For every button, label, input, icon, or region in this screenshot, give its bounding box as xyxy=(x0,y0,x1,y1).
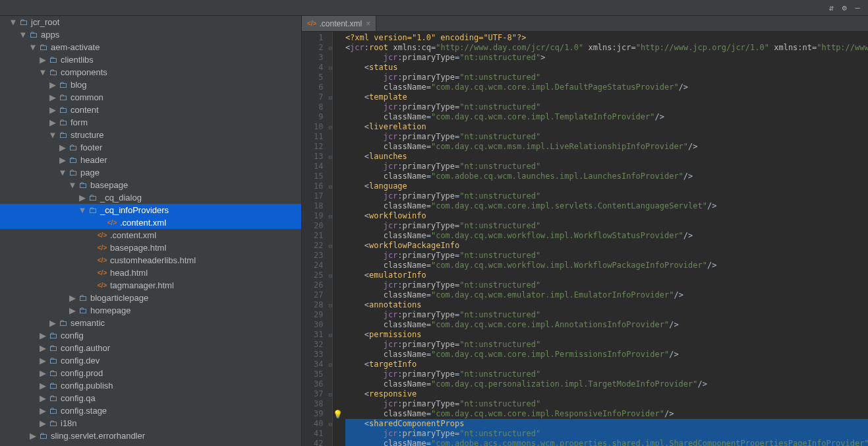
code-line[interactable]: <targetInfo xyxy=(345,360,868,369)
code-content[interactable]: <?xml version="1.0" encoding="UTF-8"?><j… xyxy=(343,32,868,446)
tree-item[interactable]: ▶🗀config.author xyxy=(0,342,301,354)
code-line[interactable]: <?xml version="1.0" encoding="UTF-8"?> xyxy=(345,33,868,43)
code-line[interactable]: className="com.day.cq.wcm.workflow.impl.… xyxy=(345,231,868,241)
code-line[interactable]: <template xyxy=(345,92,868,102)
chevron-right-icon[interactable]: ▶ xyxy=(49,117,56,127)
code-line[interactable]: <workflowinfo xyxy=(345,211,868,221)
tree-item[interactable]: ▼🗀components xyxy=(0,66,301,79)
chevron-right-icon[interactable]: ▶ xyxy=(79,193,86,203)
code-line[interactable]: className="com.day.cq.personalization.im… xyxy=(345,379,868,389)
code-editor[interactable]: 1234567891011121314151617181920212223242… xyxy=(302,32,868,446)
code-line[interactable]: <liverelation xyxy=(345,122,868,132)
code-line[interactable]: className="com.day.cq.wcm.core.impl.Anno… xyxy=(345,320,868,330)
code-line[interactable]: <annotations xyxy=(345,300,868,310)
chevron-right-icon[interactable]: ▶ xyxy=(40,406,46,416)
chevron-right-icon[interactable]: ▶ xyxy=(40,381,46,391)
code-line[interactable]: className="com.day.cq.wcm.core.impl.Perm… xyxy=(345,350,868,360)
code-line[interactable]: className="com.day.cq.wcm.core.impl.Defa… xyxy=(345,82,868,92)
code-line[interactable]: jcr:primaryType="nt:unstructured" xyxy=(345,191,868,201)
code-line[interactable]: className="com.adobe.acs.commons.wcm.pro… xyxy=(345,439,868,446)
tree-item[interactable]: ▼🗀apps xyxy=(0,28,301,41)
project-tree[interactable]: ▼🗀jcr_root▼🗀apps▼🗀aem-activate▶🗀clientli… xyxy=(0,16,302,446)
chevron-right-icon[interactable]: ▶ xyxy=(40,368,46,378)
code-line[interactable]: jcr:primaryType="nt:unstructured" xyxy=(345,221,868,231)
chevron-right-icon[interactable]: ▶ xyxy=(40,55,46,65)
chevron-right-icon[interactable]: ▶ xyxy=(49,80,56,90)
tree-item[interactable]: ▶🗀blog xyxy=(0,79,301,91)
tree-item[interactable]: ▶🗀config xyxy=(0,329,301,342)
code-line[interactable]: jcr:primaryType="nt:unstructured" xyxy=(345,251,868,261)
code-line[interactable]: className="com.day.cq.wcm.workflow.impl.… xyxy=(345,261,868,271)
tree-item[interactable]: ▼🗀basepage xyxy=(0,179,301,191)
chevron-right-icon[interactable]: ▶ xyxy=(40,343,46,353)
tree-item[interactable]: ▶🗀semantic xyxy=(0,317,301,329)
tree-item[interactable]: ▶🗀header xyxy=(0,154,301,166)
editor-tab[interactable]: </> .content.xml × xyxy=(302,16,376,31)
code-line[interactable]: jcr:primaryType="nt:unstructured" xyxy=(345,429,868,439)
collapse-icon[interactable]: ⇵ xyxy=(825,1,838,15)
code-line[interactable]: jcr:primaryType="nt:unstructured" xyxy=(345,280,868,290)
code-line[interactable]: jcr:primaryType="nt:unstructured" xyxy=(345,73,868,82)
code-line[interactable]: className="com.day.cq.wcm.msm.impl.LiveR… xyxy=(345,142,868,152)
chevron-right-icon[interactable]: ▶ xyxy=(30,431,36,441)
chevron-down-icon[interactable]: ▼ xyxy=(40,67,46,77)
tree-item[interactable]: ▼🗀aem-activate xyxy=(0,41,301,53)
tree-item[interactable]: </>head.html xyxy=(0,267,301,279)
tree-item[interactable]: ▶🗀config.prod xyxy=(0,367,301,379)
tree-item[interactable]: ▶🗀clientlibs xyxy=(0,53,301,66)
chevron-right-icon[interactable]: ▶ xyxy=(59,143,66,152)
tree-item[interactable]: ▼🗀page xyxy=(0,166,301,179)
chevron-right-icon[interactable]: ▶ xyxy=(69,305,76,315)
close-icon[interactable]: × xyxy=(366,19,370,28)
code-line[interactable]: jcr:primaryType="nt:unstructured" xyxy=(345,132,868,142)
code-line[interactable]: jcr:primaryType="nt:unstructured" xyxy=(345,102,868,112)
tree-item[interactable]: ▶🗀config.publish xyxy=(0,379,301,392)
code-line[interactable]: className="com.day.cq.wcm.emulator.impl.… xyxy=(345,290,868,300)
code-line[interactable]: <sharedComponentProps xyxy=(345,419,868,429)
tree-item[interactable]: ▶🗀i18n xyxy=(0,417,301,430)
tree-item[interactable]: ▶🗀sling.servlet.errorhandler xyxy=(0,430,301,442)
tree-item[interactable]: ▼🗀structure xyxy=(0,129,301,141)
code-line[interactable]: jcr:primaryType="nt:unstructured" xyxy=(345,399,868,409)
tree-item[interactable]: </>tagmanager.html xyxy=(0,279,301,292)
tree-item[interactable]: ▼🗀jcr_root xyxy=(0,16,301,28)
gear-icon[interactable]: ⚙ xyxy=(838,1,851,15)
chevron-down-icon[interactable]: ▼ xyxy=(20,30,26,40)
code-line[interactable]: jcr:primaryType="nt:unstructured" xyxy=(345,369,868,379)
tree-item[interactable]: ▶🗀config.dev xyxy=(0,354,301,367)
code-line[interactable]: <launches xyxy=(345,152,868,162)
code-line[interactable]: <status xyxy=(345,63,868,73)
code-line[interactable]: <emulatorInfo xyxy=(345,271,868,280)
tree-item[interactable]: ▶🗀content xyxy=(0,104,301,116)
tree-item[interactable]: ▶🗀blogarticlepage xyxy=(0,292,301,304)
chevron-right-icon[interactable]: ▶ xyxy=(40,393,46,403)
tree-item[interactable]: </>basepage.html xyxy=(0,241,301,254)
chevron-down-icon[interactable]: ▼ xyxy=(49,130,56,140)
tree-item[interactable]: ▶🗀form xyxy=(0,116,301,129)
chevron-right-icon[interactable]: ▶ xyxy=(40,356,46,366)
tree-item[interactable]: ▶🗀footer xyxy=(0,141,301,154)
chevron-right-icon[interactable]: ▶ xyxy=(49,92,56,102)
chevron-down-icon[interactable]: ▼ xyxy=(69,180,76,190)
tree-item[interactable]: </>customheaderlibs.html xyxy=(0,254,301,267)
tree-item[interactable]: ▶🗀_cq_dialog xyxy=(0,191,301,204)
code-line[interactable]: className="com.day.cq.wcm.core.impl.Resp… xyxy=(345,409,868,419)
chevron-down-icon[interactable]: ▼ xyxy=(59,168,66,177)
tree-item[interactable]: </>.content.xml xyxy=(0,229,301,241)
code-line[interactable]: <workflowPackageInfo xyxy=(345,241,868,251)
code-line[interactable]: jcr:primaryType="nt:unstructured"> xyxy=(345,53,868,63)
chevron-down-icon[interactable]: ▼ xyxy=(10,17,16,27)
tree-item[interactable]: ▶🗀common xyxy=(0,91,301,104)
tree-item[interactable]: ▶🗀config.qa xyxy=(0,392,301,404)
tree-item[interactable]: ▼🗀_cq_infoProviders xyxy=(0,204,301,216)
code-line[interactable]: jcr:primaryType="nt:unstructured" xyxy=(345,162,868,172)
tree-item[interactable]: ▶🗀homepage xyxy=(0,304,301,317)
code-line[interactable]: <responsive xyxy=(345,389,868,399)
chevron-right-icon[interactable]: ▶ xyxy=(40,331,46,340)
code-line[interactable]: <language xyxy=(345,181,868,191)
code-line[interactable]: className="com.adobe.cq.wcm.launches.imp… xyxy=(345,172,868,181)
code-line[interactable]: jcr:primaryType="nt:unstructured" xyxy=(345,340,868,350)
code-line[interactable]: <permissions xyxy=(345,330,868,340)
chevron-right-icon[interactable]: ▶ xyxy=(59,155,66,165)
chevron-down-icon[interactable]: ▼ xyxy=(30,42,36,52)
